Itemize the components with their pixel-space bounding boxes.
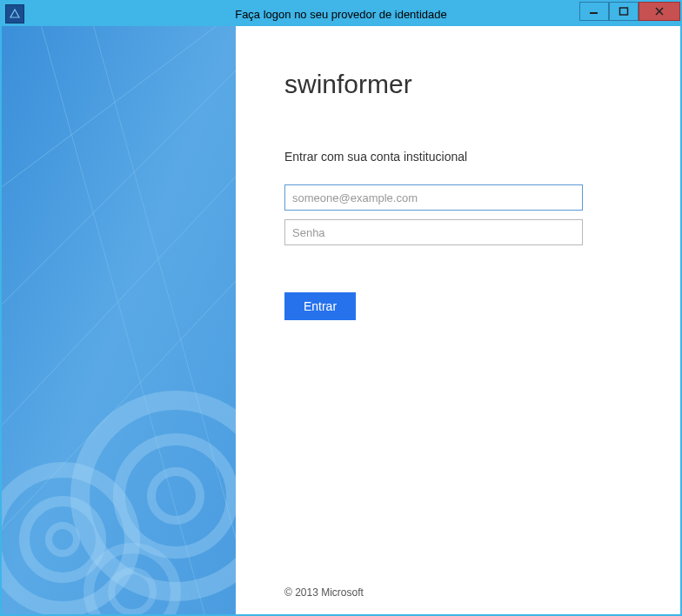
svg-rect-1 <box>590 12 598 14</box>
window-title: Faça logon no seu provedor de identidade <box>2 8 680 21</box>
close-button[interactable] <box>639 2 680 21</box>
svg-rect-2 <box>620 8 628 15</box>
app-title: swinformer <box>284 70 632 99</box>
password-field[interactable] <box>284 219 583 245</box>
signin-button[interactable]: Entrar <box>284 292 356 320</box>
copyright-footer: © 2013 Microsoft <box>284 586 364 599</box>
maximize-button[interactable] <box>609 2 639 21</box>
svg-marker-0 <box>10 10 19 17</box>
svg-rect-5 <box>2 26 236 614</box>
app-window: Faça logon no seu provedor de identidade <box>0 0 682 616</box>
window-controls <box>579 2 680 26</box>
login-instruction: Entrar com sua conta institucional <box>284 150 632 164</box>
login-panel: swinformer Entrar com sua conta instituc… <box>236 26 680 614</box>
decorative-panel <box>2 26 236 614</box>
titlebar: Faça logon no seu provedor de identidade <box>2 2 680 26</box>
minimize-button[interactable] <box>579 2 609 21</box>
app-icon <box>5 4 24 23</box>
email-field[interactable] <box>284 184 583 211</box>
content-area: swinformer Entrar com sua conta instituc… <box>2 26 680 614</box>
